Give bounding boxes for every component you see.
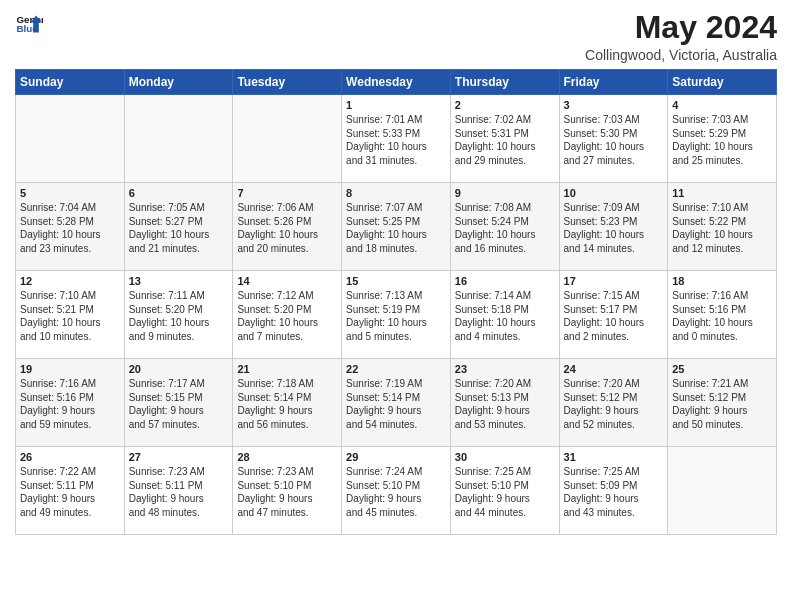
day-number: 31 <box>564 451 664 463</box>
day-number: 23 <box>455 363 555 375</box>
calendar-cell: 27Sunrise: 7:23 AM Sunset: 5:11 PM Dayli… <box>124 447 233 535</box>
day-info: Sunrise: 7:01 AM Sunset: 5:33 PM Dayligh… <box>346 113 446 167</box>
day-info: Sunrise: 7:05 AM Sunset: 5:27 PM Dayligh… <box>129 201 229 255</box>
calendar-cell: 1Sunrise: 7:01 AM Sunset: 5:33 PM Daylig… <box>342 95 451 183</box>
calendar-cell: 19Sunrise: 7:16 AM Sunset: 5:16 PM Dayli… <box>16 359 125 447</box>
day-info: Sunrise: 7:21 AM Sunset: 5:12 PM Dayligh… <box>672 377 772 431</box>
day-number: 1 <box>346 99 446 111</box>
day-info: Sunrise: 7:11 AM Sunset: 5:20 PM Dayligh… <box>129 289 229 343</box>
calendar-cell: 8Sunrise: 7:07 AM Sunset: 5:25 PM Daylig… <box>342 183 451 271</box>
day-info: Sunrise: 7:06 AM Sunset: 5:26 PM Dayligh… <box>237 201 337 255</box>
calendar-cell: 22Sunrise: 7:19 AM Sunset: 5:14 PM Dayli… <box>342 359 451 447</box>
day-info: Sunrise: 7:24 AM Sunset: 5:10 PM Dayligh… <box>346 465 446 519</box>
weekday-header-monday: Monday <box>124 70 233 95</box>
day-info: Sunrise: 7:22 AM Sunset: 5:11 PM Dayligh… <box>20 465 120 519</box>
day-info: Sunrise: 7:23 AM Sunset: 5:10 PM Dayligh… <box>237 465 337 519</box>
day-info: Sunrise: 7:08 AM Sunset: 5:24 PM Dayligh… <box>455 201 555 255</box>
day-number: 21 <box>237 363 337 375</box>
calendar-cell: 3Sunrise: 7:03 AM Sunset: 5:30 PM Daylig… <box>559 95 668 183</box>
day-number: 6 <box>129 187 229 199</box>
logo: General Blue <box>15 10 43 38</box>
calendar-cell: 14Sunrise: 7:12 AM Sunset: 5:20 PM Dayli… <box>233 271 342 359</box>
calendar-cell: 9Sunrise: 7:08 AM Sunset: 5:24 PM Daylig… <box>450 183 559 271</box>
day-info: Sunrise: 7:13 AM Sunset: 5:19 PM Dayligh… <box>346 289 446 343</box>
page: General Blue May 2024 Collingwood, Victo… <box>0 0 792 612</box>
day-number: 11 <box>672 187 772 199</box>
day-number: 13 <box>129 275 229 287</box>
day-number: 28 <box>237 451 337 463</box>
day-number: 10 <box>564 187 664 199</box>
day-number: 2 <box>455 99 555 111</box>
day-number: 26 <box>20 451 120 463</box>
day-number: 5 <box>20 187 120 199</box>
day-info: Sunrise: 7:16 AM Sunset: 5:16 PM Dayligh… <box>20 377 120 431</box>
calendar-cell: 13Sunrise: 7:11 AM Sunset: 5:20 PM Dayli… <box>124 271 233 359</box>
day-info: Sunrise: 7:25 AM Sunset: 5:10 PM Dayligh… <box>455 465 555 519</box>
weekday-header-wednesday: Wednesday <box>342 70 451 95</box>
day-info: Sunrise: 7:17 AM Sunset: 5:15 PM Dayligh… <box>129 377 229 431</box>
calendar-cell: 29Sunrise: 7:24 AM Sunset: 5:10 PM Dayli… <box>342 447 451 535</box>
calendar-cell: 15Sunrise: 7:13 AM Sunset: 5:19 PM Dayli… <box>342 271 451 359</box>
day-number: 9 <box>455 187 555 199</box>
calendar-cell: 7Sunrise: 7:06 AM Sunset: 5:26 PM Daylig… <box>233 183 342 271</box>
week-row-3: 12Sunrise: 7:10 AM Sunset: 5:21 PM Dayli… <box>16 271 777 359</box>
calendar-cell: 28Sunrise: 7:23 AM Sunset: 5:10 PM Dayli… <box>233 447 342 535</box>
day-info: Sunrise: 7:10 AM Sunset: 5:22 PM Dayligh… <box>672 201 772 255</box>
calendar-cell <box>668 447 777 535</box>
calendar-cell: 23Sunrise: 7:20 AM Sunset: 5:13 PM Dayli… <box>450 359 559 447</box>
day-info: Sunrise: 7:12 AM Sunset: 5:20 PM Dayligh… <box>237 289 337 343</box>
calendar-cell: 25Sunrise: 7:21 AM Sunset: 5:12 PM Dayli… <box>668 359 777 447</box>
calendar-cell: 5Sunrise: 7:04 AM Sunset: 5:28 PM Daylig… <box>16 183 125 271</box>
calendar-cell: 26Sunrise: 7:22 AM Sunset: 5:11 PM Dayli… <box>16 447 125 535</box>
day-number: 3 <box>564 99 664 111</box>
day-info: Sunrise: 7:16 AM Sunset: 5:16 PM Dayligh… <box>672 289 772 343</box>
day-info: Sunrise: 7:20 AM Sunset: 5:13 PM Dayligh… <box>455 377 555 431</box>
weekday-header-saturday: Saturday <box>668 70 777 95</box>
header: General Blue May 2024 Collingwood, Victo… <box>15 10 777 63</box>
weekday-header-sunday: Sunday <box>16 70 125 95</box>
day-number: 8 <box>346 187 446 199</box>
calendar-cell: 24Sunrise: 7:20 AM Sunset: 5:12 PM Dayli… <box>559 359 668 447</box>
weekday-header-tuesday: Tuesday <box>233 70 342 95</box>
calendar-cell: 2Sunrise: 7:02 AM Sunset: 5:31 PM Daylig… <box>450 95 559 183</box>
day-number: 15 <box>346 275 446 287</box>
day-number: 27 <box>129 451 229 463</box>
day-number: 25 <box>672 363 772 375</box>
location-title: Collingwood, Victoria, Australia <box>585 47 777 63</box>
calendar-cell: 17Sunrise: 7:15 AM Sunset: 5:17 PM Dayli… <box>559 271 668 359</box>
calendar-cell: 10Sunrise: 7:09 AM Sunset: 5:23 PM Dayli… <box>559 183 668 271</box>
day-info: Sunrise: 7:10 AM Sunset: 5:21 PM Dayligh… <box>20 289 120 343</box>
calendar-cell: 31Sunrise: 7:25 AM Sunset: 5:09 PM Dayli… <box>559 447 668 535</box>
calendar-cell: 21Sunrise: 7:18 AM Sunset: 5:14 PM Dayli… <box>233 359 342 447</box>
day-info: Sunrise: 7:03 AM Sunset: 5:30 PM Dayligh… <box>564 113 664 167</box>
day-number: 19 <box>20 363 120 375</box>
calendar-cell: 6Sunrise: 7:05 AM Sunset: 5:27 PM Daylig… <box>124 183 233 271</box>
week-row-1: 1Sunrise: 7:01 AM Sunset: 5:33 PM Daylig… <box>16 95 777 183</box>
weekday-header-row: SundayMondayTuesdayWednesdayThursdayFrid… <box>16 70 777 95</box>
day-number: 20 <box>129 363 229 375</box>
calendar-cell: 11Sunrise: 7:10 AM Sunset: 5:22 PM Dayli… <box>668 183 777 271</box>
calendar-cell <box>124 95 233 183</box>
day-number: 14 <box>237 275 337 287</box>
day-info: Sunrise: 7:25 AM Sunset: 5:09 PM Dayligh… <box>564 465 664 519</box>
calendar-cell: 18Sunrise: 7:16 AM Sunset: 5:16 PM Dayli… <box>668 271 777 359</box>
calendar-cell: 12Sunrise: 7:10 AM Sunset: 5:21 PM Dayli… <box>16 271 125 359</box>
day-info: Sunrise: 7:23 AM Sunset: 5:11 PM Dayligh… <box>129 465 229 519</box>
day-number: 4 <box>672 99 772 111</box>
week-row-2: 5Sunrise: 7:04 AM Sunset: 5:28 PM Daylig… <box>16 183 777 271</box>
calendar-cell: 20Sunrise: 7:17 AM Sunset: 5:15 PM Dayli… <box>124 359 233 447</box>
day-info: Sunrise: 7:19 AM Sunset: 5:14 PM Dayligh… <box>346 377 446 431</box>
calendar-table: SundayMondayTuesdayWednesdayThursdayFrid… <box>15 69 777 535</box>
day-info: Sunrise: 7:04 AM Sunset: 5:28 PM Dayligh… <box>20 201 120 255</box>
calendar-cell <box>233 95 342 183</box>
logo-icon: General Blue <box>15 10 43 38</box>
day-info: Sunrise: 7:02 AM Sunset: 5:31 PM Dayligh… <box>455 113 555 167</box>
day-info: Sunrise: 7:07 AM Sunset: 5:25 PM Dayligh… <box>346 201 446 255</box>
weekday-header-thursday: Thursday <box>450 70 559 95</box>
day-number: 12 <box>20 275 120 287</box>
header-right: May 2024 Collingwood, Victoria, Australi… <box>585 10 777 63</box>
calendar-cell: 4Sunrise: 7:03 AM Sunset: 5:29 PM Daylig… <box>668 95 777 183</box>
day-info: Sunrise: 7:15 AM Sunset: 5:17 PM Dayligh… <box>564 289 664 343</box>
day-number: 7 <box>237 187 337 199</box>
month-title: May 2024 <box>585 10 777 45</box>
